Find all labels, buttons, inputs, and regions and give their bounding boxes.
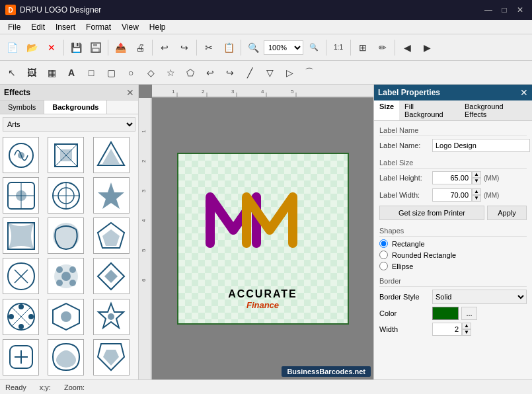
label-name-input[interactable]: [432, 139, 530, 152]
border-width-up-button[interactable]: ▲: [462, 323, 471, 329]
barcode-tool[interactable]: ▦: [42, 63, 61, 82]
maximize-button[interactable]: □: [498, 3, 511, 17]
bg-item[interactable]: [3, 299, 39, 335]
save-all-button[interactable]: [87, 38, 105, 57]
bg-item[interactable]: [93, 137, 130, 173]
width-input[interactable]: [432, 188, 472, 202]
bg-item[interactable]: [48, 258, 84, 294]
next-button[interactable]: ▶: [418, 38, 436, 57]
bg-item[interactable]: [93, 177, 130, 214]
actual-size-button[interactable]: 1:1: [329, 38, 348, 57]
apply-button[interactable]: Apply: [487, 206, 527, 220]
border-section: Border Border Style Solid Dashed Dotted …: [379, 277, 527, 336]
bg-item[interactable]: [3, 339, 39, 375]
rect-tool[interactable]: □: [82, 63, 100, 82]
height-down-button[interactable]: ▼: [472, 178, 481, 184]
redo2-button[interactable]: ↪: [221, 63, 239, 82]
diamond-tool[interactable]: ◇: [141, 63, 160, 82]
shape-rounded-radio[interactable]: [379, 251, 388, 259]
bg-item[interactable]: [48, 339, 84, 375]
ellipse-tool[interactable]: ○: [122, 63, 140, 82]
shape-ellipse-row: Ellipse: [379, 262, 527, 270]
right-panel-close-button[interactable]: ✕: [520, 87, 528, 98]
bg-item[interactable]: [93, 299, 130, 335]
border-width-down-button[interactable]: ▼: [462, 329, 471, 336]
close-button[interactable]: ✕: [513, 3, 527, 17]
edit-mode-button[interactable]: ✏: [373, 38, 392, 57]
curve-tool[interactable]: ⌒: [300, 63, 319, 82]
height-input[interactable]: [432, 171, 472, 184]
menu-edit[interactable]: Edit: [26, 21, 50, 33]
close-doc-button[interactable]: ✕: [42, 38, 61, 57]
tab-fill-background[interactable]: Fill Background: [399, 100, 459, 120]
redo-button[interactable]: ↪: [175, 38, 194, 57]
svg-point-4: [18, 152, 24, 159]
tab-background-effects[interactable]: Background Effects: [459, 100, 532, 120]
open-button[interactable]: 📂: [22, 38, 41, 57]
minimize-button[interactable]: —: [482, 3, 495, 17]
copy-button[interactable]: 📋: [219, 38, 238, 57]
grid-button[interactable]: ⊞: [354, 38, 372, 57]
panel-close-button[interactable]: ✕: [126, 87, 134, 98]
bg-item[interactable]: [93, 339, 130, 375]
border-color-picker-button[interactable]: ...: [461, 307, 477, 320]
bg-item[interactable]: [48, 177, 84, 214]
bg-item[interactable]: [48, 137, 84, 173]
bg-item[interactable]: [48, 217, 84, 254]
rounded-rect-tool[interactable]: ▢: [102, 63, 120, 82]
zoom-in-button[interactable]: 🔍: [244, 38, 262, 57]
border-color-swatch[interactable]: [432, 307, 459, 320]
pentagon-tool[interactable]: ⬠: [181, 63, 200, 82]
bg-item[interactable]: [3, 177, 39, 214]
new-button[interactable]: 📄: [3, 38, 21, 57]
label-canvas[interactable]: ACCURATE Finance: [177, 153, 349, 325]
menu-view[interactable]: View: [116, 21, 144, 33]
shape-rectangle-radio[interactable]: [379, 239, 388, 248]
line-tool[interactable]: ╱: [241, 63, 259, 82]
menu-insert[interactable]: Insert: [50, 21, 81, 33]
category-select[interactable]: Arts Nature Business Abstract: [3, 117, 135, 132]
bg-item[interactable]: [3, 258, 39, 294]
zoom-out-button[interactable]: 🔍: [305, 38, 323, 57]
border-width-input[interactable]: [432, 323, 462, 336]
star-tool[interactable]: ☆: [161, 63, 180, 82]
bg-item[interactable]: [3, 137, 39, 173]
bg-item[interactable]: [3, 217, 39, 254]
bg-item[interactable]: [93, 258, 130, 294]
save-button[interactable]: 💾: [67, 38, 85, 57]
prev-button[interactable]: ◀: [398, 38, 416, 57]
svg-point-32: [108, 313, 114, 320]
print-button[interactable]: 🖨: [131, 38, 149, 57]
menu-help[interactable]: Help: [144, 21, 171, 33]
tab-size[interactable]: Size: [374, 100, 399, 120]
width-down-button[interactable]: ▼: [472, 195, 481, 202]
arrow-tool[interactable]: ▽: [260, 63, 279, 82]
border-style-select[interactable]: Solid Dashed Dotted Double: [432, 290, 527, 304]
height-up-button[interactable]: ▲: [472, 171, 481, 178]
tab-backgrounds[interactable]: Backgrounds: [44, 100, 107, 114]
image-tool[interactable]: 🖼: [22, 63, 41, 82]
export-button[interactable]: 📤: [111, 38, 130, 57]
svg-point-24: [69, 280, 76, 286]
cut-button[interactable]: ✂: [200, 38, 218, 57]
bg-item[interactable]: [48, 299, 84, 335]
tab-symbols[interactable]: Symbols: [0, 100, 44, 114]
menu-format[interactable]: Format: [81, 21, 116, 33]
svg-rect-1: [93, 43, 97, 46]
shape-ellipse-radio[interactable]: [379, 262, 388, 270]
undo2-button[interactable]: ↩: [201, 63, 219, 82]
border-color-label: Color: [379, 309, 432, 317]
svg-text:2: 2: [202, 89, 205, 95]
undo-button[interactable]: ↩: [155, 38, 174, 57]
bg-item[interactable]: [93, 217, 130, 254]
arrow2-tool[interactable]: ▷: [280, 63, 299, 82]
zoom-select[interactable]: 50% 75% 100% 150% 200%: [264, 40, 303, 55]
width-unit: (MM): [484, 192, 499, 199]
width-up-button[interactable]: ▲: [472, 188, 481, 195]
select-tool[interactable]: ↖: [3, 63, 21, 82]
text-tool[interactable]: A: [62, 63, 81, 82]
menu-file[interactable]: File: [3, 21, 26, 33]
right-panel-header: Label Properties ✕: [374, 85, 532, 100]
get-printer-button[interactable]: Get size from Printer: [379, 206, 484, 220]
border-color-row: Color ...: [379, 307, 527, 320]
